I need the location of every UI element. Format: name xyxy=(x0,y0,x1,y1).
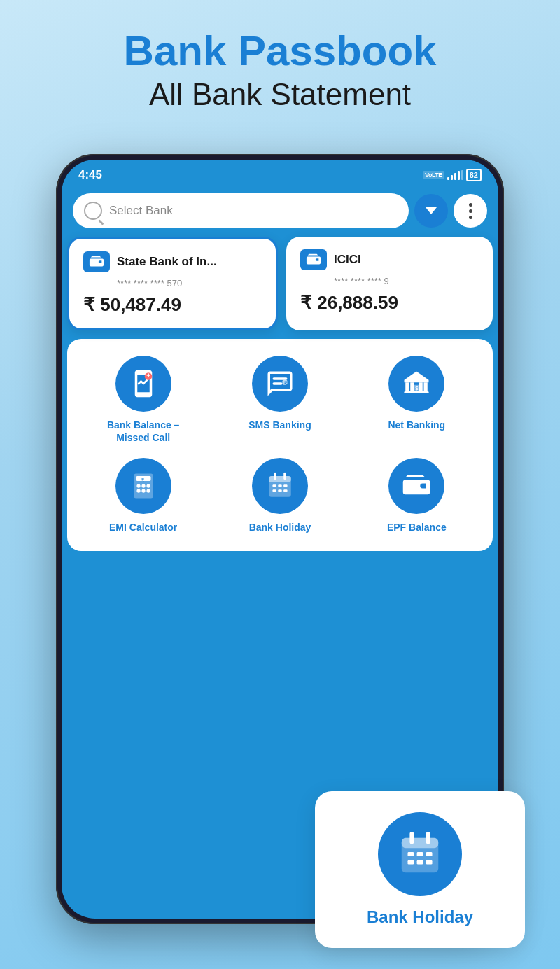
sms-banking-icon: ₹ xyxy=(252,356,308,412)
menu-grid: Bank Balance –Missed Call ₹ xyxy=(78,356,482,534)
bank-card-sbi[interactable]: State Bank of In... **** **** **** 570 ₹… xyxy=(67,237,278,330)
bank-balance-missed-call-icon xyxy=(115,356,172,412)
svg-rect-30 xyxy=(284,490,287,493)
bank-card-header-icici: ICICI xyxy=(300,249,479,270)
emi-calculator-icon: ₹ xyxy=(115,458,172,514)
epf-balance-label: EPF Balance xyxy=(387,521,447,534)
bottom-holiday-card[interactable]: Bank Holiday xyxy=(315,791,525,948)
svg-rect-8 xyxy=(424,382,428,391)
dropdown-button[interactable] xyxy=(414,194,448,228)
svg-rect-22 xyxy=(269,476,291,482)
svg-rect-38 xyxy=(426,852,433,856)
chevron-down-icon xyxy=(426,207,437,214)
svg-rect-33 xyxy=(402,838,439,849)
svg-point-16 xyxy=(146,484,150,488)
three-dots-icon xyxy=(469,203,472,219)
holiday-large-icon xyxy=(378,812,462,896)
more-options-button[interactable] xyxy=(454,194,487,228)
svg-text:$: $ xyxy=(416,385,419,391)
svg-rect-28 xyxy=(272,490,276,493)
bank-balance-sbi: ₹ 50,487.49 xyxy=(83,294,262,316)
bank-account-sbi: **** **** **** 570 xyxy=(117,278,262,288)
status-bar: 4:45 VoLTE 82 xyxy=(62,160,498,188)
menu-item-epf-balance[interactable]: ₹ EPF Balance xyxy=(352,458,482,534)
battery-level: 82 xyxy=(470,171,478,179)
signal-bars-icon xyxy=(447,170,463,180)
svg-rect-1 xyxy=(272,377,287,380)
svg-rect-41 xyxy=(426,860,433,865)
bank-holiday-icon xyxy=(252,458,308,514)
bank-cards-area: State Bank of In... **** **** **** 570 ₹… xyxy=(62,237,498,330)
menu-item-emi-calculator[interactable]: ₹ EMI Calculator xyxy=(78,458,208,534)
svg-rect-2 xyxy=(272,382,282,385)
wallet-icon-sbi xyxy=(83,251,110,272)
svg-rect-9 xyxy=(405,391,429,394)
bank-balance-icici: ₹ 26,888.59 xyxy=(300,292,479,314)
epf-balance-icon: ₹ xyxy=(388,458,444,514)
svg-point-14 xyxy=(136,484,140,488)
search-icon xyxy=(84,202,102,220)
holiday-large-label: Bank Holiday xyxy=(367,907,473,927)
bank-balance-missed-call-label: Bank Balance –Missed Call xyxy=(107,419,180,444)
svg-rect-5 xyxy=(406,382,410,391)
svg-point-18 xyxy=(141,489,145,493)
app-title: Bank Passbook xyxy=(14,28,546,74)
svg-rect-36 xyxy=(408,852,414,856)
bank-name-icici: ICICI xyxy=(334,253,361,267)
svg-point-15 xyxy=(141,484,145,488)
battery-icon: 82 xyxy=(466,169,482,181)
net-banking-label: Net Banking xyxy=(388,419,445,431)
lte-badge: VoLTE xyxy=(423,171,444,179)
svg-rect-26 xyxy=(278,485,281,488)
bank-holiday-label: Bank Holiday xyxy=(249,521,312,534)
svg-rect-29 xyxy=(278,490,281,493)
svg-rect-39 xyxy=(408,860,414,865)
status-time: 4:45 xyxy=(78,168,102,182)
search-bar: Select Bank xyxy=(73,193,487,228)
svg-text:₹: ₹ xyxy=(413,483,417,490)
net-banking-icon: $ xyxy=(388,356,444,412)
bank-account-icici: **** **** **** 9 xyxy=(334,276,479,286)
svg-rect-25 xyxy=(272,485,276,488)
search-input[interactable]: Select Bank xyxy=(73,193,409,228)
wallet-icon-icici xyxy=(300,249,327,270)
svg-rect-37 xyxy=(417,852,424,856)
menu-item-sms-banking[interactable]: ₹ SMS Banking xyxy=(215,356,344,444)
emi-calculator-label: EMI Calculator xyxy=(109,521,177,534)
menu-item-net-banking[interactable]: $ Net Banking xyxy=(352,356,482,444)
svg-rect-40 xyxy=(417,860,424,865)
header-section: Bank Passbook All Bank Statement xyxy=(0,0,560,126)
bank-card-header-sbi: State Bank of In... xyxy=(83,251,262,272)
menu-item-bank-holiday[interactable]: Bank Holiday xyxy=(215,458,344,534)
svg-point-19 xyxy=(146,489,150,493)
app-subtitle: All Bank Statement xyxy=(14,77,546,112)
sms-banking-label: SMS Banking xyxy=(248,419,311,431)
menu-item-bank-balance-missed-call[interactable]: Bank Balance –Missed Call xyxy=(78,356,208,444)
main-content: Bank Balance –Missed Call ₹ xyxy=(67,339,493,551)
bank-name-sbi: State Bank of In... xyxy=(117,255,217,269)
status-icons: VoLTE 82 xyxy=(423,169,482,181)
svg-point-17 xyxy=(136,489,140,493)
search-placeholder: Select Bank xyxy=(109,204,173,218)
svg-text:₹: ₹ xyxy=(141,477,144,482)
svg-rect-27 xyxy=(284,485,287,488)
bank-card-icici[interactable]: ICICI **** **** **** 9 ₹ 26,888.59 xyxy=(286,237,493,330)
